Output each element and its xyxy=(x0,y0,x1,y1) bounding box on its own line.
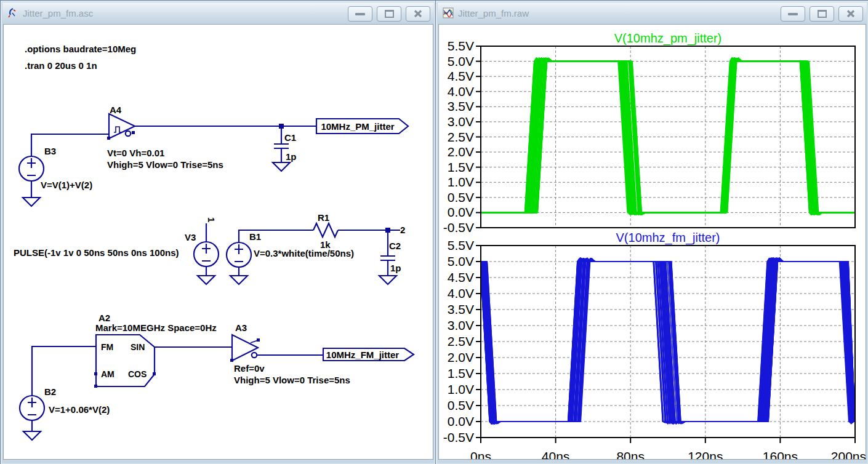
component-params: Vhigh=5 Vlow=0 Trise=5ns xyxy=(234,375,350,385)
capacitor-c1[interactable]: C1 1p xyxy=(274,126,297,162)
component-value: 1k xyxy=(320,239,331,250)
component-label: B3 xyxy=(44,146,56,156)
component-params: Vhigh=5 Vlow=0 Trise=5ns xyxy=(107,159,223,170)
y-axis-label: 4.0V xyxy=(448,84,474,98)
source-b3[interactable]: B3 V=V(1)+V(2) xyxy=(19,146,92,190)
minimize-icon xyxy=(788,13,798,15)
pin-label-sin: SIN xyxy=(131,342,145,352)
close-button[interactable] xyxy=(838,6,863,22)
schematic-canvas[interactable]: .options baudrate=10Meg .tran 0 20us 0 1… xyxy=(3,24,433,460)
ground-symbol xyxy=(23,431,41,440)
close-icon xyxy=(846,10,856,18)
maximize-icon xyxy=(385,10,394,18)
schematic-window: Jitter_pm_fm.asc .options baudrate=10Meg… xyxy=(0,0,436,464)
y-axis-label: 3.5V xyxy=(448,99,474,113)
component-value: 1p xyxy=(286,151,297,162)
wire xyxy=(32,346,96,396)
component-params: Ref=0v xyxy=(234,363,265,374)
schematic-titlebar[interactable]: Jitter_pm_fm.asc xyxy=(2,2,434,23)
component-value: 1p xyxy=(390,263,401,273)
schmitt-a4[interactable]: A4 Vt=0 Vh=0.01 Vhigh=5 Vlow=0 Trise=5ns xyxy=(107,105,223,170)
waveform-titlebar[interactable]: Jitter_pm_fm.raw xyxy=(438,2,867,23)
net-label: 10MHz_FM_jitter xyxy=(326,350,400,360)
pin-label-fm: FM xyxy=(101,342,113,352)
y-axis-label: 1.5V xyxy=(448,160,474,174)
minimize-icon xyxy=(355,13,365,15)
maximize-button[interactable] xyxy=(810,6,834,22)
x-axis-label: 80ns xyxy=(616,449,645,459)
y-axis-label: 0.5V xyxy=(448,398,474,412)
waveform-plots-svg: 5.5V5.0V4.5V4.0V3.5V3.0V2.5V2.0V1.5V1.0V… xyxy=(439,25,866,459)
component-value-pulse[interactable]: PULSE(-1v 1v 0 50ns 50ns 0ns 100ns) xyxy=(14,247,179,258)
y-axis-label: 3.5V xyxy=(448,302,474,316)
ground-symbol xyxy=(230,276,247,284)
y-axis-label: 3.0V xyxy=(448,114,474,129)
window-title: Jitter_pm_fm.raw xyxy=(458,8,529,18)
y-axis-label: -0.5V xyxy=(443,430,474,444)
y-axis-label: 5.0V xyxy=(448,254,474,268)
y-axis-label: 2.5V xyxy=(448,130,474,144)
component-label: A3 xyxy=(235,322,247,333)
capacitor-c2[interactable]: C2 1p xyxy=(380,233,401,276)
component-label: C2 xyxy=(389,241,401,251)
plot-panel[interactable]: 5.5V5.0V4.5V4.0V3.5V3.0V2.5V2.0V1.5V1.0V… xyxy=(443,31,855,234)
y-axis-label: 4.5V xyxy=(448,69,474,83)
y-axis-label: 2.5V xyxy=(448,334,474,348)
y-axis-label: 1.0V xyxy=(448,175,474,189)
close-icon xyxy=(413,10,423,18)
net-label-node1[interactable]: 1 xyxy=(206,217,217,222)
modulator-a2[interactable]: A2 Mark=10MEGHz Space=0Hz FM SIN AM COS xyxy=(94,313,217,388)
plot-title: V(10mhz_pm_jitter) xyxy=(614,31,722,46)
wire xyxy=(31,134,109,156)
minimize-button[interactable] xyxy=(781,6,805,22)
y-axis-label: 5.0V xyxy=(448,54,474,68)
component-params: Mark=10MEGHz Space=0Hz xyxy=(95,322,217,333)
spice-directive-options[interactable]: .options baudrate=10Meg xyxy=(25,44,136,54)
ground-symbol xyxy=(379,276,396,284)
net-flag-fm[interactable]: 10MHz_FM_jitter xyxy=(323,348,414,361)
component-params: Vt=0 Vh=0.01 xyxy=(107,148,164,158)
component-label: A2 xyxy=(98,313,110,323)
minimize-button[interactable] xyxy=(348,6,372,22)
ground-symbol xyxy=(198,276,215,284)
x-axis-label: 40ns xyxy=(542,449,570,459)
pin-label-am: AM xyxy=(101,369,115,379)
pin-label-cos: COS xyxy=(128,369,147,379)
component-value: V=1+0.06*V(2) xyxy=(49,404,110,415)
resistor-r1[interactable]: R1 1k xyxy=(313,212,338,250)
window-title: Jitter_pm_fm.asc xyxy=(23,8,93,18)
net-flag-pm[interactable]: 10MHz_PM_jitter xyxy=(316,119,408,134)
component-label: V3 xyxy=(185,232,196,242)
y-axis-label: 1.0V xyxy=(448,382,474,396)
desktop: Jitter_pm_fm.asc .options baudrate=10Meg… xyxy=(0,0,868,464)
y-axis-label: 2.0V xyxy=(448,145,474,159)
component-label: R1 xyxy=(318,212,329,223)
component-value: V=V(1)+V(2) xyxy=(41,180,92,190)
component-value: V=0.3*white(time/50ns) xyxy=(254,248,354,258)
component-label: B1 xyxy=(249,231,261,242)
waveform-app-icon xyxy=(443,7,454,18)
wire-junction xyxy=(385,228,390,233)
ground-symbol xyxy=(273,162,290,171)
y-axis-label: 0.0V xyxy=(448,414,474,428)
plot-title: V(10mhz_fm_jitter) xyxy=(616,231,720,245)
spice-directive-tran[interactable]: .tran 0 20us 0 1n xyxy=(25,60,97,71)
x-axis-label: 200ns xyxy=(831,449,866,459)
source-v3[interactable]: V3 1 xyxy=(185,217,219,266)
source-b2[interactable]: B2 V=1+0.06*V(2) xyxy=(20,386,110,420)
schematic-app-icon xyxy=(7,7,18,18)
y-axis-label: 4.5V xyxy=(448,270,474,284)
maximize-button[interactable] xyxy=(377,6,401,22)
schematic-svg: .options baudrate=10Meg .tran 0 20us 0 1… xyxy=(4,25,433,459)
waveform-pane[interactable]: 5.5V5.0V4.5V4.0V3.5V3.0V2.5V2.0V1.5V1.0V… xyxy=(438,24,866,460)
y-axis-label: 0.0V xyxy=(448,205,474,219)
y-axis-label: 0.5V xyxy=(448,190,474,204)
y-axis-label: 5.5V xyxy=(448,39,474,53)
y-axis-label: 2.0V xyxy=(448,350,474,364)
net-label-node2[interactable]: 2 xyxy=(400,225,405,235)
x-axis-label: 120ns xyxy=(688,449,723,459)
close-button[interactable] xyxy=(406,6,430,22)
plot-panel[interactable]: 5.5V5.0V4.5V4.0V3.5V3.0V2.5V2.0V1.5V1.0V… xyxy=(443,231,866,459)
y-axis-label: 5.5V xyxy=(448,238,474,252)
y-axis-label: 3.0V xyxy=(448,318,474,332)
